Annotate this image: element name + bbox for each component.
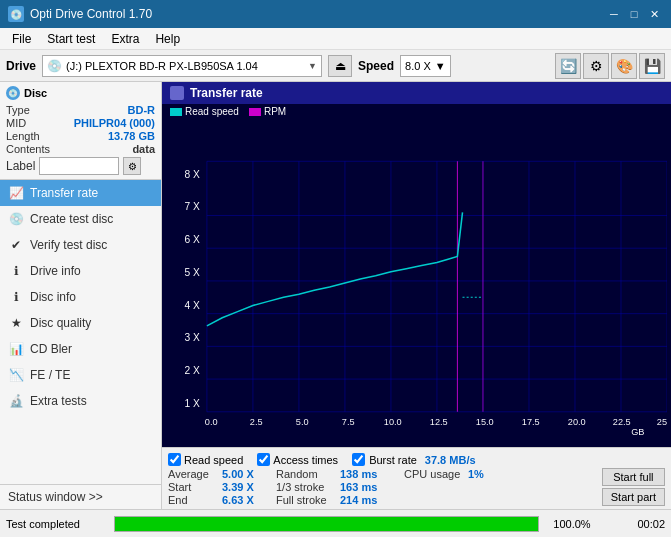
- disc-quality-icon: ★: [8, 315, 24, 331]
- end-label: End: [168, 494, 218, 506]
- legend-rpm: RPM: [249, 106, 286, 117]
- burst-rate-checkbox[interactable]: [352, 453, 365, 466]
- start-full-button[interactable]: Start full: [602, 468, 665, 486]
- stats-area: Read speed Access times Burst rate 37.8 …: [162, 447, 671, 509]
- svg-text:2.5: 2.5: [250, 417, 263, 427]
- checkboxes-row: Read speed Access times Burst rate 37.8 …: [168, 451, 665, 468]
- nav-fe-te[interactable]: 📉 FE / TE: [0, 362, 161, 388]
- svg-text:GB: GB: [631, 427, 644, 437]
- nav-extra-tests-label: Extra tests: [30, 394, 87, 408]
- nav-fe-te-label: FE / TE: [30, 368, 70, 382]
- disc-mid-row: MID PHILPR04 (000): [6, 117, 155, 129]
- disc-info-icon: ℹ: [8, 289, 24, 305]
- drive-select[interactable]: 💿 (J:) PLEXTOR BD-R PX-LB950SA 1.04 ▼: [42, 55, 322, 77]
- menu-help[interactable]: Help: [147, 30, 188, 48]
- svg-text:3 X: 3 X: [184, 332, 200, 343]
- svg-text:10.0: 10.0: [384, 417, 402, 427]
- disc-contents-row: Contents data: [6, 143, 155, 155]
- disc-section: 💿 Disc Type BD-R MID PHILPR04 (000) Leng…: [0, 82, 161, 180]
- svg-text:22.5: 22.5: [613, 417, 631, 427]
- legend-read-speed-color: [170, 108, 182, 116]
- read-speed-checkbox[interactable]: [168, 453, 181, 466]
- start-part-button[interactable]: Start part: [602, 488, 665, 506]
- chart-titlebar-icon: [170, 86, 184, 100]
- minimize-button[interactable]: ─: [605, 5, 623, 23]
- svg-text:1 X: 1 X: [184, 398, 200, 409]
- access-times-checkbox[interactable]: [257, 453, 270, 466]
- disc-label-btn[interactable]: ⚙: [123, 157, 141, 175]
- svg-text:2 X: 2 X: [184, 365, 200, 376]
- nav-extra-tests[interactable]: 🔬 Extra tests: [0, 388, 161, 414]
- nav-create-test-disc[interactable]: 💿 Create test disc: [0, 206, 161, 232]
- access-times-checkbox-item: Access times: [257, 453, 338, 466]
- random-value: 138 ms: [340, 468, 390, 480]
- stats-left: Average 5.00 X Random 138 ms CPU usage 1…: [168, 468, 594, 506]
- end-value: 6.63 X: [222, 494, 262, 506]
- average-label: Average: [168, 468, 218, 480]
- disc-length-row: Length 13.78 GB: [6, 130, 155, 142]
- disc-label-label: Label: [6, 159, 35, 173]
- eject-button[interactable]: ⏏: [328, 55, 352, 77]
- third-label: 1/3 stroke: [276, 481, 336, 493]
- disc-label-input[interactable]: [39, 157, 119, 175]
- menu-start-test[interactable]: Start test: [39, 30, 103, 48]
- titlebar-title: Opti Drive Control 1.70: [30, 7, 152, 21]
- chart-title: Transfer rate: [190, 86, 263, 100]
- disc-contents-label: Contents: [6, 143, 50, 155]
- progress-bar-fill: [115, 517, 538, 531]
- disc-icon: 💿: [6, 86, 20, 100]
- maximize-button[interactable]: □: [625, 5, 643, 23]
- chart-titlebar: Transfer rate: [162, 82, 671, 104]
- menu-file[interactable]: File: [4, 30, 39, 48]
- drive-label: Drive: [6, 59, 36, 73]
- nav-drive-info[interactable]: ℹ Drive info: [0, 258, 161, 284]
- content-area: Transfer rate Read speed RPM 1 X 2 X 3: [162, 82, 671, 509]
- third-value: 163 ms: [340, 481, 390, 493]
- time-display: 00:02: [605, 518, 665, 530]
- save-button[interactable]: 💾: [639, 53, 665, 79]
- nav-disc-quality[interactable]: ★ Disc quality: [0, 310, 161, 336]
- color-button[interactable]: 🎨: [611, 53, 637, 79]
- transfer-rate-icon: 📈: [8, 185, 24, 201]
- burst-rate-checkbox-item: Burst rate 37.8 MB/s: [352, 453, 475, 466]
- main: 💿 Disc Type BD-R MID PHILPR04 (000) Leng…: [0, 82, 671, 509]
- nav-cd-bler-label: CD Bler: [30, 342, 72, 356]
- disc-length-label: Length: [6, 130, 40, 142]
- nav-drive-info-label: Drive info: [30, 264, 81, 278]
- progress-percent: 100.0%: [547, 518, 597, 530]
- close-button[interactable]: ✕: [645, 5, 663, 23]
- disc-mid-label: MID: [6, 117, 26, 129]
- nav-cd-bler[interactable]: 📊 CD Bler: [0, 336, 161, 362]
- random-label: Random: [276, 468, 336, 480]
- drive-info-icon: ℹ: [8, 263, 24, 279]
- full-value: 214 ms: [340, 494, 390, 506]
- stats-buttons: Start full Start part: [594, 468, 665, 506]
- verify-test-disc-icon: ✔: [8, 237, 24, 253]
- cpu-label: CPU usage: [404, 468, 464, 480]
- disc-type-row: Type BD-R: [6, 104, 155, 116]
- nav-disc-info[interactable]: ℹ Disc info: [0, 284, 161, 310]
- toolbar-icons: 🔄 ⚙ 🎨 💾: [555, 53, 665, 79]
- speed-label: Speed: [358, 59, 394, 73]
- start-label: Start: [168, 481, 218, 493]
- menu-extra[interactable]: Extra: [103, 30, 147, 48]
- settings-button[interactable]: ⚙: [583, 53, 609, 79]
- nav-verify-test-disc[interactable]: ✔ Verify test disc: [0, 232, 161, 258]
- svg-text:8 X: 8 X: [184, 169, 200, 180]
- burst-rate-value: 37.8 MB/s: [425, 454, 476, 466]
- access-times-checkbox-label: Access times: [273, 454, 338, 466]
- refresh-button[interactable]: 🔄: [555, 53, 581, 79]
- nav-transfer-rate[interactable]: 📈 Transfer rate: [0, 180, 161, 206]
- status-window-button[interactable]: Status window >>: [0, 484, 161, 509]
- speed-select[interactable]: 8.0 X ▼: [400, 55, 451, 77]
- svg-text:0.0: 0.0: [205, 417, 218, 427]
- drive-dropdown-icon: ▼: [308, 61, 317, 71]
- titlebar-controls: ─ □ ✕: [605, 5, 663, 23]
- app-icon: 💿: [8, 6, 24, 22]
- disc-header: 💿 Disc: [6, 86, 155, 100]
- svg-text:5 X: 5 X: [184, 267, 200, 278]
- read-speed-checkbox-item: Read speed: [168, 453, 243, 466]
- progress-bar-container: [114, 516, 539, 532]
- chart-legend: Read speed RPM: [162, 104, 671, 119]
- svg-text:5.0: 5.0: [296, 417, 309, 427]
